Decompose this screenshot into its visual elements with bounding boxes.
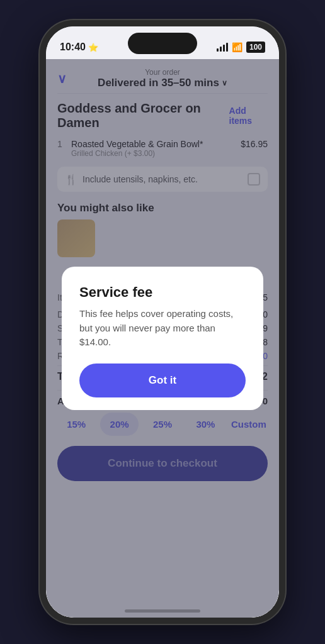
- phone-screen: 10:40 ⭐️ 📶 100 ∨ Your order: [46, 26, 279, 618]
- location-icon: ⭐️: [88, 43, 98, 52]
- signal-bars-icon: [217, 43, 228, 52]
- phone-frame: 10:40 ⭐️ 📶 100 ∨ Your order: [40, 20, 285, 624]
- screen-content: ∨ Your order Delivered in 35–50 mins ∨ G…: [46, 59, 279, 618]
- service-fee-modal: Service fee This fee helps cover operati…: [62, 267, 263, 410]
- battery-indicator: 100: [246, 42, 265, 53]
- wifi-icon: 📶: [232, 42, 242, 52]
- modal-overlay: Service fee This fee helps cover operati…: [46, 59, 279, 618]
- status-time: 10:40 ⭐️: [60, 42, 98, 53]
- dynamic-island: [128, 33, 197, 54]
- status-right: 📶 100: [217, 42, 265, 53]
- got-it-button[interactable]: Got it: [79, 364, 246, 397]
- modal-body: This fee helps cover operating costs, bu…: [79, 307, 246, 350]
- modal-title: Service fee: [79, 284, 246, 301]
